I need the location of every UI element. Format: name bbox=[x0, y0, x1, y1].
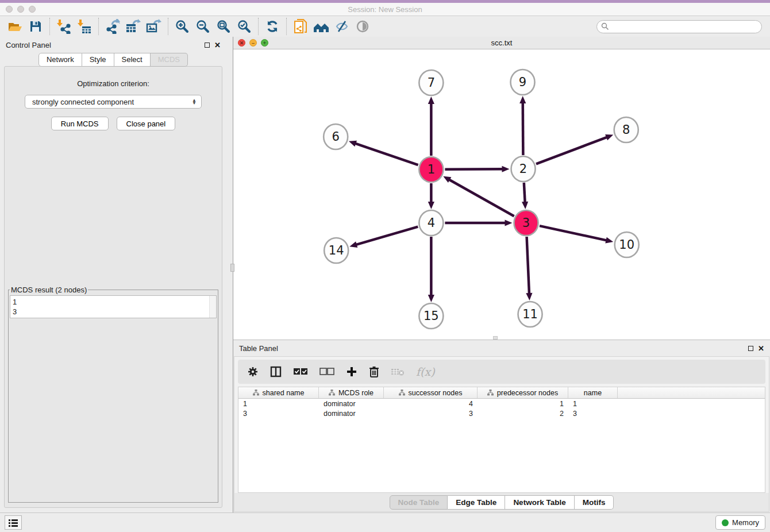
run-mcds-button[interactable]: Run MCDS bbox=[51, 117, 109, 130]
splitter-handle[interactable] bbox=[230, 264, 234, 272]
shared-column-icon bbox=[487, 390, 494, 396]
tab-edge-table[interactable]: Edge Table bbox=[448, 495, 505, 510]
clone-network-icon[interactable] bbox=[290, 18, 311, 35]
main-toolbar bbox=[0, 16, 770, 37]
export-network-icon[interactable] bbox=[102, 18, 123, 35]
table-cell[interactable]: 1 bbox=[568, 400, 618, 408]
mcds-result-lines: 1 3 bbox=[13, 297, 214, 317]
zoom-out-icon[interactable] bbox=[192, 18, 213, 35]
network-view-window: ✕ – + scc.txt 7968124314101511 bbox=[233, 37, 770, 340]
save-session-icon[interactable] bbox=[25, 18, 46, 35]
edge-3-11[interactable] bbox=[527, 237, 529, 294]
graph-node-label-2: 2 bbox=[519, 161, 527, 176]
first-neighbors-icon[interactable] bbox=[311, 18, 332, 35]
column-header-MCDS-role[interactable]: MCDS role bbox=[319, 387, 384, 398]
table-row[interactable]: 1dominator411 bbox=[238, 399, 765, 408]
memory-button[interactable]: Memory bbox=[715, 515, 765, 530]
edge-2-3[interactable] bbox=[524, 183, 525, 202]
edge-arrowhead bbox=[505, 219, 513, 226]
column-header-shared-name[interactable]: shared name bbox=[238, 387, 319, 398]
criterion-select[interactable]: strongly connected component ▲▼ bbox=[25, 95, 202, 109]
search-icon bbox=[601, 22, 609, 30]
edge-1-2[interactable] bbox=[445, 169, 502, 169]
list-icon bbox=[9, 519, 18, 527]
close-table-panel-icon[interactable]: ✕ bbox=[758, 346, 764, 351]
export-image-icon[interactable] bbox=[144, 18, 164, 35]
tab-node-table[interactable]: Node Table bbox=[390, 495, 448, 510]
float-table-panel-icon[interactable] bbox=[748, 346, 753, 351]
network-canvas[interactable]: 7968124314101511 bbox=[233, 49, 770, 340]
tab-mcds[interactable]: MCDS bbox=[151, 53, 188, 67]
edge-2-9[interactable] bbox=[523, 103, 523, 155]
column-header-name[interactable]: name bbox=[568, 387, 618, 398]
edge-arrowhead bbox=[502, 166, 509, 172]
tab-network-table[interactable]: Network Table bbox=[505, 495, 574, 510]
canvas-resize-handle[interactable] bbox=[493, 336, 498, 340]
edge-4-14[interactable] bbox=[356, 227, 418, 245]
tab-select[interactable]: Select bbox=[114, 53, 151, 67]
graph-node-label-1: 1 bbox=[428, 162, 435, 176]
column-header-predecessor-nodes[interactable]: predecessor nodes bbox=[478, 387, 568, 398]
mcds-panel: Optimization criterion: strongly connect… bbox=[4, 66, 222, 508]
edge-3-1[interactable] bbox=[449, 180, 514, 217]
table-cell[interactable]: 3 bbox=[384, 410, 478, 418]
table-cell[interactable]: dominator bbox=[319, 400, 384, 408]
edge-1-6[interactable] bbox=[355, 144, 418, 165]
column-header-successor-nodes[interactable]: successor nodes bbox=[384, 387, 478, 398]
open-file-icon[interactable] bbox=[5, 18, 25, 35]
table-cell[interactable]: 3 bbox=[568, 410, 618, 418]
control-panel: Control Panel ✕ NetworkStyleSelectMCDS O… bbox=[0, 37, 226, 512]
edge-arrowhead bbox=[428, 295, 434, 302]
memory-label: Memory bbox=[732, 518, 759, 527]
select-all-rows-icon[interactable] bbox=[293, 368, 308, 376]
minimize-window-button[interactable] bbox=[17, 6, 24, 13]
close-panel-icon[interactable]: ✕ bbox=[214, 43, 221, 48]
refresh-icon[interactable] bbox=[262, 18, 283, 35]
table-cell[interactable]: dominator bbox=[319, 410, 384, 418]
deselect-all-rows-icon[interactable] bbox=[319, 368, 334, 376]
table-cell[interactable]: 1 bbox=[478, 400, 568, 408]
mcds-result-scrollbar[interactable] bbox=[209, 296, 216, 318]
table-options-gear-icon[interactable] bbox=[247, 366, 259, 377]
table-header-row: shared nameMCDS rolesuccessor nodesprede… bbox=[238, 387, 765, 399]
graph-node-label-6: 6 bbox=[332, 129, 339, 144]
tab-network[interactable]: Network bbox=[38, 53, 82, 67]
import-table-icon[interactable] bbox=[74, 18, 95, 35]
delete-column-icon[interactable] bbox=[369, 366, 379, 377]
maximize-window-button[interactable] bbox=[29, 6, 36, 13]
edge-2-8[interactable] bbox=[536, 137, 607, 164]
add-column-icon[interactable] bbox=[346, 366, 357, 377]
window-title: Session: New Session bbox=[0, 5, 770, 14]
table-cell[interactable]: 2 bbox=[478, 410, 568, 418]
task-history-button[interactable] bbox=[5, 515, 22, 530]
delete-table-icon bbox=[391, 367, 405, 376]
graph-node-label-4: 4 bbox=[428, 215, 435, 230]
tab-style[interactable]: Style bbox=[82, 53, 114, 67]
mcds-result-list[interactable]: 1 3 bbox=[10, 295, 217, 318]
network-canvas-svg: 7968124314101511 bbox=[233, 49, 770, 340]
hide-selected-icon[interactable] bbox=[332, 18, 352, 35]
show-all-icon[interactable] bbox=[352, 18, 373, 35]
zoom-in-icon[interactable] bbox=[172, 18, 192, 35]
edge-arrowhead bbox=[605, 134, 613, 140]
column-chooser-icon[interactable] bbox=[270, 366, 282, 377]
vertical-splitter[interactable] bbox=[226, 37, 233, 512]
edge-arrowhead bbox=[526, 293, 532, 300]
table-cell[interactable]: 4 bbox=[384, 400, 478, 408]
close-window-button[interactable] bbox=[6, 6, 13, 13]
edge-3-10[interactable] bbox=[540, 226, 606, 240]
toolbar-separator bbox=[168, 18, 168, 35]
export-table-icon[interactable] bbox=[123, 18, 144, 35]
zoom-fit-icon[interactable] bbox=[213, 18, 234, 35]
table-cell[interactable]: 1 bbox=[238, 400, 319, 408]
table-row[interactable]: 3dominator323 bbox=[238, 408, 765, 418]
graph-node-label-11: 11 bbox=[522, 307, 538, 321]
table-cell[interactable]: 3 bbox=[238, 410, 319, 418]
tab-motifs[interactable]: Motifs bbox=[575, 495, 614, 510]
zoom-selected-icon[interactable] bbox=[234, 18, 255, 35]
float-panel-icon[interactable] bbox=[205, 43, 210, 48]
optimization-criterion-label: Optimization criterion: bbox=[5, 79, 222, 88]
search-input[interactable] bbox=[596, 20, 762, 33]
import-network-icon[interactable] bbox=[53, 18, 74, 35]
close-panel-button[interactable]: Close panel bbox=[117, 117, 176, 130]
